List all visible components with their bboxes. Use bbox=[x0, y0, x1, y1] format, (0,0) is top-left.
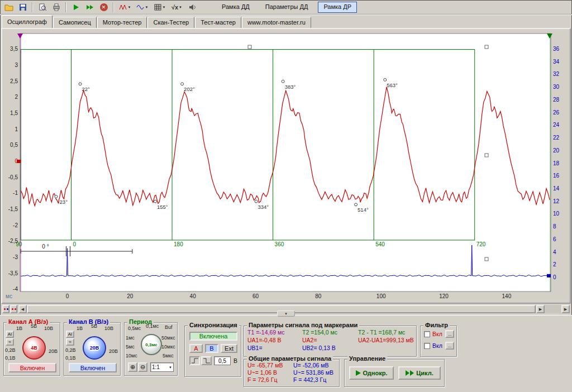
general-a-dc: U= -65,77 мВ bbox=[247, 362, 283, 369]
angle-point-marker[interactable] bbox=[79, 83, 82, 85]
plot-label: 540 bbox=[375, 241, 385, 247]
single-run-button[interactable]: Однокр. bbox=[349, 366, 394, 380]
channel-a-group: Канал А (В/э) AI ≈ 1В 5В 10В 0,2В 0,1В 2… bbox=[3, 322, 60, 376]
marker-dua: UA2-UA1=999,13 мВ bbox=[358, 337, 414, 343]
filter-b-settings-button[interactable]: ... bbox=[445, 342, 454, 350]
frame-handle[interactable] bbox=[248, 45, 251, 49]
math-menu-button[interactable]: √x▼ bbox=[168, 1, 185, 13]
angle-point-marker[interactable] bbox=[384, 78, 387, 81]
marker-t2: T2 =154,0 мс bbox=[302, 329, 337, 336]
sync-source-ext-button[interactable]: Ext bbox=[221, 344, 237, 353]
tab-motor-tester[interactable]: Мотор-тестер bbox=[97, 17, 147, 28]
sync-level-input[interactable] bbox=[214, 356, 231, 365]
plot-label: -2,5 bbox=[8, 238, 18, 244]
scroll-page-right-button[interactable]: ▶ bbox=[561, 305, 570, 313]
plot-label: 28 bbox=[553, 97, 560, 103]
plot-label: 140 bbox=[502, 293, 512, 299]
plot-label: 1,5 bbox=[10, 110, 18, 116]
tab-oscilloscope[interactable]: Осциллограф bbox=[2, 15, 53, 28]
frame-handle[interactable] bbox=[485, 45, 488, 49]
channel-a-power-button[interactable]: Включен bbox=[8, 363, 56, 372]
zoom-ratio-select[interactable]: 1:1 ▼ bbox=[150, 362, 174, 372]
channel-a-probe-button[interactable]: AI bbox=[6, 331, 14, 338]
marker-ub2: UB2= 0,13 В bbox=[302, 345, 336, 351]
print-preview-button[interactable] bbox=[35, 1, 49, 13]
tab-scan-tester[interactable]: Скан-Тестер bbox=[147, 17, 194, 28]
print-button[interactable] bbox=[49, 1, 63, 13]
plot-label: 1 bbox=[15, 126, 18, 132]
plot-label: 24 bbox=[553, 122, 560, 128]
panel-collapse-button[interactable]: ▾ bbox=[277, 310, 295, 317]
scroll-left-button[interactable]: ◀ bbox=[18, 305, 27, 313]
angle-point-marker[interactable] bbox=[181, 83, 184, 85]
plot-label: 80 bbox=[315, 293, 322, 299]
params-dd-button[interactable]: Параметры ДД bbox=[260, 2, 314, 13]
main-tabs: Осциллограф Самописец Мотор-тестер Скан-… bbox=[0, 15, 572, 28]
channel-a-gain-knob[interactable]: 4В bbox=[22, 336, 46, 360]
sync-slope-rising-button[interactable] bbox=[189, 356, 200, 365]
chevron-down-icon: ▼ bbox=[145, 6, 149, 9]
channel-b-coupling-button[interactable]: ≈ bbox=[66, 338, 74, 346]
frame-handle[interactable] bbox=[485, 257, 488, 261]
plot-label: -0,5 bbox=[8, 174, 18, 180]
chevron-down-icon: ▼ bbox=[128, 6, 131, 9]
sound-button[interactable] bbox=[185, 1, 199, 13]
plot-label: 36 bbox=[553, 46, 560, 52]
ramka-dr-button[interactable]: Рамка ДР bbox=[318, 2, 357, 13]
chevron-down-icon: ▼ bbox=[169, 366, 172, 369]
scale-label: 5В bbox=[91, 323, 97, 329]
zoom-in-button[interactable]: ⊕ bbox=[128, 362, 137, 372]
filter-b-checkbox[interactable] bbox=[424, 343, 430, 349]
stop-button[interactable]: ✕ bbox=[97, 1, 111, 13]
plot-label: 3 bbox=[15, 62, 18, 68]
sync-slope-falling-button[interactable] bbox=[201, 356, 212, 365]
angle-point-marker[interactable] bbox=[154, 200, 156, 203]
plot-label: 8 bbox=[553, 223, 556, 230]
frame-handle[interactable] bbox=[485, 154, 488, 157]
marker-t1: T1 =-14,69 мс bbox=[247, 329, 284, 336]
angle-point-marker[interactable] bbox=[255, 200, 258, 203]
angle-point-marker[interactable] bbox=[282, 80, 284, 83]
channel-a-coupling-button[interactable]: ≈ bbox=[6, 338, 14, 346]
scroll-right-button[interactable]: ▶ bbox=[536, 305, 545, 313]
chevron-down-icon: ▼ bbox=[179, 6, 182, 9]
period-knob[interactable]: 0,3мс bbox=[141, 334, 162, 355]
cycle-run-button[interactable]: Цикл. bbox=[398, 366, 441, 380]
angle-point-marker[interactable] bbox=[355, 203, 358, 206]
marker-params-group: Параметры сигнала под маркерами T1 =-14,… bbox=[244, 326, 417, 357]
channel-b-probe-button[interactable]: AI bbox=[66, 331, 74, 338]
open-button[interactable] bbox=[2, 1, 16, 13]
channel-b-gain-knob[interactable]: 20В bbox=[83, 336, 106, 360]
sync-enable-button[interactable]: Включена bbox=[189, 332, 237, 341]
filter-a-checkbox[interactable] bbox=[424, 331, 430, 337]
scope-plot[interactable]: 9001803605407203,532,521,510,50-0,5-1-1,… bbox=[2, 29, 570, 303]
angle-point-marker[interactable] bbox=[55, 195, 58, 198]
tab-website[interactable]: www.motor-master.ru bbox=[242, 17, 311, 28]
sync-source-b-button[interactable]: B bbox=[205, 344, 218, 353]
signal-a-menu-button[interactable]: ▼ bbox=[116, 1, 134, 13]
start-button[interactable] bbox=[69, 1, 83, 13]
scale-label: 10В bbox=[44, 326, 53, 331]
tab-recorder[interactable]: Самописец bbox=[53, 17, 97, 28]
plot-label: 514° bbox=[358, 207, 369, 213]
sync-source-a-button[interactable]: A bbox=[189, 344, 203, 353]
marker-tool-button-1[interactable] bbox=[2, 305, 9, 313]
filter-a-settings-button[interactable]: ... bbox=[445, 330, 454, 338]
signal-b-menu-button[interactable]: ▼ bbox=[134, 1, 151, 13]
plot-label: 720 bbox=[476, 241, 486, 247]
marker-tool-button-2[interactable] bbox=[10, 305, 17, 313]
save-button[interactable] bbox=[16, 1, 30, 13]
general-a-ac: U~= 1,06 В bbox=[247, 369, 277, 376]
zoom-out-button[interactable]: ⊖ bbox=[138, 362, 147, 372]
control-title: Управление bbox=[347, 355, 387, 362]
tab-test-master[interactable]: Тест-мастер bbox=[195, 17, 241, 28]
start-fast-button[interactable] bbox=[83, 1, 97, 13]
plot-background bbox=[20, 34, 551, 291]
channel-b-zero-marker[interactable] bbox=[547, 274, 551, 278]
grid-menu-button[interactable]: ▼ bbox=[151, 1, 168, 13]
scale-label: 1В bbox=[77, 326, 83, 331]
channel-b-power-button[interactable]: Включен bbox=[69, 363, 117, 372]
toolbar-separator bbox=[65, 2, 66, 12]
channel-a-zero-marker[interactable] bbox=[17, 160, 21, 163]
ramka-dd-button[interactable]: Рамка ДД bbox=[216, 2, 255, 13]
